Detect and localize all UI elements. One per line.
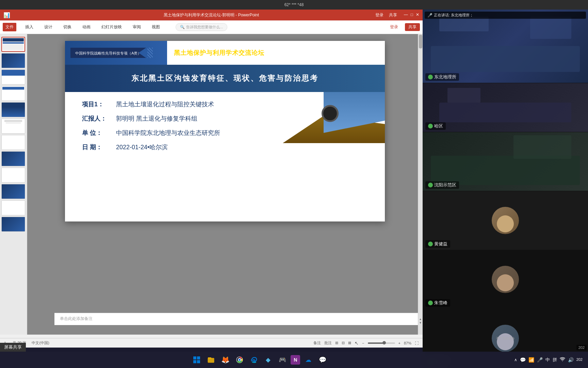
video-panel: 🎤 正在讲话: 东北地理所； 东北地理所 哈区 沈阳示范区	[423, 10, 588, 368]
ribbon-search-text: 告诉我您想要做什么...	[186, 25, 223, 30]
slide-thumb-4[interactable]	[1, 86, 25, 101]
slide-thumb-9[interactable]	[1, 168, 25, 183]
ribbon-tab-transition[interactable]: 切换	[61, 23, 74, 31]
taskbar-time: 202	[576, 357, 583, 362]
participant-1: 🎤 正在讲话: 东北地理所； 东北地理所	[423, 10, 588, 83]
slide-thumb-3[interactable]	[1, 70, 25, 85]
taskbar-app5-btn[interactable]: ◆	[262, 354, 274, 366]
slide-banner: 东北黑土区沟蚀发育特征、现状、危害与防治思考	[65, 65, 385, 92]
participant-name-3: 沈阳示范区	[425, 181, 459, 189]
taskbar-volume-icon[interactable]: 🔊	[568, 357, 574, 363]
panel-time-text: 202	[578, 346, 585, 350]
ribbon-tab-file[interactable]: 文件	[3, 23, 16, 31]
participant-2: 哈区	[423, 83, 588, 132]
ribbon-login[interactable]: 登录	[390, 24, 398, 30]
vertical-scrollbar[interactable]: ▲ ▼	[418, 34, 423, 335]
slide-thumb-5[interactable]	[1, 102, 25, 117]
ppt-share-btn[interactable]: 共享	[389, 12, 397, 18]
taskbar-wechat-tray-icon[interactable]: 💬	[520, 357, 526, 363]
status-bar: 1 ，共 29 张 中文(中国) 备注 批注 ⊞ ⊟ ⊠ ↖ − + 87% ⛶	[0, 338, 423, 348]
zoom-minus-btn[interactable]: −	[362, 341, 364, 345]
status-right: 备注 批注 ⊞ ⊟ ⊠ ↖ − + 87% ⛶	[313, 340, 419, 346]
minimize-btn[interactable]: —	[404, 12, 408, 18]
ribbon-tab-animation[interactable]: 动画	[80, 23, 93, 31]
taskbar-app6-btn[interactable]: 🎮	[276, 354, 289, 366]
ppt-login-btn[interactable]: 登录	[375, 12, 383, 18]
view-reading-icon[interactable]: ⊠	[348, 341, 351, 345]
taskbar-onenote-btn[interactable]: N	[291, 355, 300, 365]
slide-decoration	[283, 92, 385, 143]
taskbar-pinyin-icon[interactable]: 拼	[553, 357, 557, 363]
taskbar-wechat-btn[interactable]: 💬	[316, 354, 329, 366]
ribbon-share[interactable]: 共享	[405, 23, 420, 31]
ribbon: 文件 插入 设计 切换 动画 幻灯片放映 审阅 视图 🔍 告诉我您想要做什么..…	[0, 20, 423, 34]
taskbar-center: 🦊 ◆ 🎮 N ☁ 💬	[191, 354, 329, 366]
taskbar-edge-btn[interactable]	[248, 354, 260, 366]
taskbar-clock[interactable]: 202	[576, 357, 583, 362]
slide-thumb-1[interactable]	[1, 37, 25, 52]
ribbon-tab-insert[interactable]: 插入	[23, 23, 35, 31]
slide-row-date: 日 期： 2022-01-24•哈尔滨	[82, 143, 368, 151]
notes-placeholder: 单击此处添加备注	[60, 316, 93, 321]
view-normal-icon[interactable]: ⊞	[335, 341, 338, 345]
participant-5-avatar	[492, 266, 519, 293]
taskbar-chevron-icon[interactable]: ∧	[514, 357, 517, 362]
slide-top-header: 中国科学院战略性先导科技专项（A类） 黑土地保护与利用学术交流论坛	[65, 41, 385, 65]
speaking-text-1: 正在讲话: 东北地理所；	[434, 13, 473, 18]
taskbar-mic-tray-icon[interactable]: 🎤	[537, 357, 543, 363]
unit-value: 中国科学院东北地理与农业生态研究所	[116, 129, 220, 137]
slide-thumb-7[interactable]	[1, 135, 25, 150]
title-bar: 62* *** *48	[0, 0, 588, 10]
participant-4-avatar	[492, 207, 519, 234]
fullscreen-btn[interactable]: ⛶	[415, 341, 419, 345]
screen-share-text: 屏幕共享	[4, 344, 22, 350]
taskbar-explorer-btn[interactable]	[205, 354, 217, 366]
unit-label: 单 位：	[82, 129, 113, 137]
taskbar-firefox-btn[interactable]: 🦊	[219, 354, 231, 366]
taskbar-wifi-icon[interactable]	[560, 357, 565, 363]
svg-point-10	[239, 359, 241, 361]
slide-thumb-10[interactable]	[1, 184, 25, 199]
zoom-slider[interactable]	[368, 342, 395, 344]
slide-thumb-8[interactable]	[1, 151, 25, 166]
participant-3: 沈阳示范区	[423, 132, 588, 191]
notes-btn[interactable]: 备注	[313, 340, 321, 346]
participant-label-4: 黄健益	[434, 241, 447, 247]
taskbar-app8-btn[interactable]: ☁	[302, 354, 314, 366]
ribbon-tab-view[interactable]: 视图	[150, 23, 162, 31]
maximize-btn[interactable]: □	[411, 12, 413, 18]
zoom-plus-btn[interactable]: +	[398, 341, 401, 345]
reporter-value: 郭明明 黑土退化与修复学科组	[116, 114, 197, 123]
slide-thumb-2[interactable]	[1, 53, 25, 68]
taskbar-windows-btn[interactable]	[191, 354, 203, 366]
taskbar-ime-icon[interactable]: 中	[545, 357, 550, 363]
ribbon-tab-review[interactable]: 审阅	[131, 23, 143, 31]
participant-mic-icon-4	[428, 242, 433, 246]
cursor-icon: ↖	[355, 340, 359, 346]
ribbon-search[interactable]: 🔍 告诉我您想要做什么...	[176, 23, 227, 31]
slide-thumb-12[interactable]	[1, 217, 25, 232]
taskbar-right: ∧ 💬 📶 🎤 中 拼 🔊 202	[514, 357, 583, 363]
panel-time: 202	[576, 345, 587, 350]
participant-4: 黄健益	[423, 191, 588, 250]
taskbar-bar-chart-icon[interactable]: 📶	[528, 357, 534, 363]
slide-thumb-11[interactable]	[1, 200, 25, 215]
comments-btn[interactable]: 批注	[324, 340, 332, 346]
notes-area[interactable]: 单击此处添加备注	[54, 313, 418, 325]
participant-mic-icon-5	[428, 301, 433, 305]
taskbar-chrome-btn[interactable]	[233, 354, 246, 366]
svg-rect-5	[208, 358, 214, 363]
ppt-window-controls: 登录 共享 — □ ✕	[375, 12, 419, 18]
ribbon-tab-design[interactable]: 设计	[42, 23, 54, 31]
zoom-level: 87%	[404, 341, 411, 345]
view-grid-icon[interactable]: ⊟	[342, 341, 345, 345]
participant-name-2: 哈区	[425, 122, 446, 130]
slide-header-badge: 中国科学院战略性先导科技专项（A类）	[75, 51, 141, 55]
screen-share-label: 屏幕共享	[0, 343, 26, 352]
close-btn[interactable]: ✕	[416, 12, 419, 18]
slide-thumb-6[interactable]	[1, 119, 25, 134]
slide-canvas: 中国科学院战略性先导科技专项（A类） 黑土地保护与利用学术交流论坛	[65, 41, 385, 221]
slide-panel[interactable]	[0, 34, 27, 335]
participant-name-4: 黄健益	[425, 240, 450, 248]
ribbon-tab-slideshow[interactable]: 幻灯片放映	[99, 23, 124, 31]
